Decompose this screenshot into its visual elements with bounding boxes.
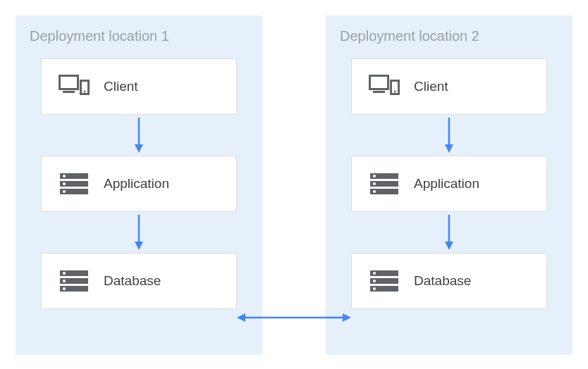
svg-marker-41 bbox=[237, 313, 245, 322]
database-node: Database bbox=[351, 253, 547, 309]
svg-marker-42 bbox=[343, 313, 351, 322]
arrow-down-icon bbox=[41, 115, 237, 156]
svg-point-31 bbox=[373, 190, 376, 193]
svg-marker-25 bbox=[445, 144, 453, 153]
arrow-down-icon bbox=[351, 212, 547, 253]
client-node: Client bbox=[351, 58, 547, 115]
svg-marker-5 bbox=[135, 144, 143, 153]
deployment-location-panel-2: Deployment location 2 Client bbox=[326, 15, 572, 355]
client-node: Client bbox=[41, 58, 237, 115]
node-label: Database bbox=[414, 273, 471, 289]
svg-rect-0 bbox=[60, 76, 78, 89]
svg-point-23 bbox=[394, 91, 396, 93]
bidirectional-arrow-icon bbox=[237, 311, 351, 325]
node-label: Application bbox=[414, 176, 479, 192]
svg-point-19 bbox=[63, 287, 66, 290]
client-icon bbox=[57, 70, 91, 104]
svg-point-39 bbox=[373, 287, 376, 290]
svg-point-38 bbox=[373, 280, 376, 282]
client-icon bbox=[367, 70, 401, 104]
server-icon bbox=[367, 264, 401, 298]
svg-point-11 bbox=[63, 190, 66, 193]
server-icon bbox=[57, 264, 91, 298]
arrow-down-icon bbox=[351, 115, 547, 156]
svg-rect-20 bbox=[370, 76, 388, 89]
application-node: Application bbox=[351, 156, 547, 212]
database-node: Database bbox=[41, 253, 237, 309]
arrow-down-icon bbox=[41, 212, 237, 253]
node-label: Client bbox=[414, 79, 448, 94]
svg-point-17 bbox=[63, 272, 66, 275]
panel-title: Deployment location 1 bbox=[30, 28, 248, 44]
node-label: Client bbox=[104, 79, 138, 94]
svg-point-29 bbox=[373, 175, 376, 177]
deployment-location-panel-1: Deployment location 1 Client bbox=[16, 15, 262, 355]
svg-point-18 bbox=[63, 280, 66, 282]
application-node: Application bbox=[41, 156, 237, 212]
svg-point-30 bbox=[373, 182, 376, 185]
server-icon bbox=[57, 167, 91, 201]
node-label: Application bbox=[104, 176, 169, 192]
svg-point-37 bbox=[373, 272, 376, 275]
svg-rect-1 bbox=[63, 91, 75, 93]
svg-marker-33 bbox=[445, 242, 453, 250]
svg-marker-13 bbox=[135, 242, 143, 250]
server-icon bbox=[367, 167, 401, 201]
svg-point-10 bbox=[63, 182, 66, 185]
panel-title: Deployment location 2 bbox=[340, 28, 558, 44]
svg-point-3 bbox=[84, 91, 86, 93]
svg-rect-21 bbox=[373, 91, 385, 93]
svg-point-9 bbox=[63, 175, 66, 177]
node-label: Database bbox=[104, 273, 161, 289]
